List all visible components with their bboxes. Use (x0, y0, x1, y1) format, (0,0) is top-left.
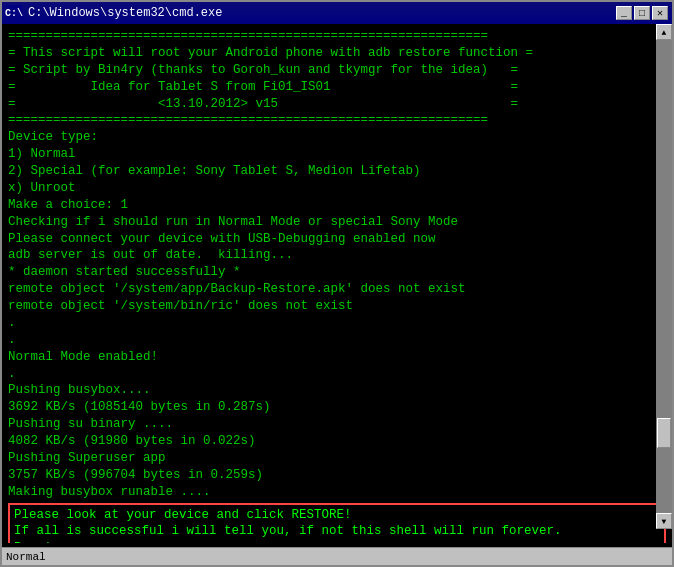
console-line: . (8, 366, 666, 383)
highlight-line: If all is successful i will tell you, if… (14, 523, 660, 540)
title-bar-buttons: _ □ ✕ (616, 6, 668, 20)
console-line: . (8, 332, 666, 349)
console-line: Checking if i should run in Normal Mode … (8, 214, 666, 231)
console-line: ========================================… (8, 28, 666, 45)
scrollbar[interactable]: ▲ ▼ (656, 24, 672, 529)
console-line: Pushing busybox.... (8, 382, 666, 399)
console-line: 4082 KB/s (91980 bytes in 0.022s) (8, 433, 666, 450)
title-bar: C:\ C:\Windows\system32\cmd.exe _ □ ✕ (2, 2, 672, 24)
highlight-box: Please look at your device and click RES… (8, 503, 666, 544)
console-area: ========================================… (2, 24, 672, 547)
console-line: Make a choice: 1 (8, 197, 666, 214)
cmd-window: C:\ C:\Windows\system32\cmd.exe _ □ ✕ ==… (0, 0, 674, 567)
console-line: = This script will root your Android pho… (8, 45, 666, 62)
console-line: Normal Mode enabled! (8, 349, 666, 366)
app-icon: C:\ (6, 5, 22, 21)
console-line: Making busybox runable .... (8, 484, 666, 501)
highlight-lines: Please look at your device and click RES… (14, 507, 660, 544)
console-line: Pushing su binary .... (8, 416, 666, 433)
console-line: 1) Normal (8, 146, 666, 163)
maximize-button[interactable]: □ (634, 6, 650, 20)
console-line: 3692 KB/s (1085140 bytes in 0.287s) (8, 399, 666, 416)
console-content: ========================================… (8, 28, 666, 543)
title-bar-text: C:\ C:\Windows\system32\cmd.exe (6, 5, 222, 21)
scroll-thumb[interactable] (657, 418, 671, 448)
status-bar: Normal (2, 547, 672, 565)
minimize-button[interactable]: _ (616, 6, 632, 20)
console-line: = Idea for Tablet S from Fi01_IS01 = (8, 79, 666, 96)
console-line: 3757 KB/s (996704 bytes in 0.259s) (8, 467, 666, 484)
console-line: ========================================… (8, 112, 666, 129)
console-line: . (8, 315, 666, 332)
console-line: Please connect your device with USB-Debu… (8, 231, 666, 248)
console-line: * daemon started successfully * (8, 264, 666, 281)
console-line: adb server is out of date. killing... (8, 247, 666, 264)
scroll-up-button[interactable]: ▲ (656, 24, 672, 40)
console-lines: ========================================… (8, 28, 666, 501)
highlight-line: Please look at your device and click RES… (14, 507, 660, 524)
scroll-track[interactable] (656, 40, 672, 513)
console-line: 2) Special (for example: Sony Tablet S, … (8, 163, 666, 180)
console-line: Pushing Superuser app (8, 450, 666, 467)
window-title: C:\Windows\system32\cmd.exe (28, 6, 222, 20)
status-text: Normal (6, 551, 46, 563)
console-line: Device type: (8, 129, 666, 146)
console-line: = <13.10.2012> v15 = (8, 96, 666, 113)
highlight-line: Running ... (14, 540, 660, 543)
console-line: x) Unroot (8, 180, 666, 197)
console-line: = Script by Bin4ry (thanks to Goroh_kun … (8, 62, 666, 79)
console-line: remote object '/system/app/Backup-Restor… (8, 281, 666, 298)
scroll-down-button[interactable]: ▼ (656, 513, 672, 529)
console-line: remote object '/system/bin/ric' does not… (8, 298, 666, 315)
close-button[interactable]: ✕ (652, 6, 668, 20)
